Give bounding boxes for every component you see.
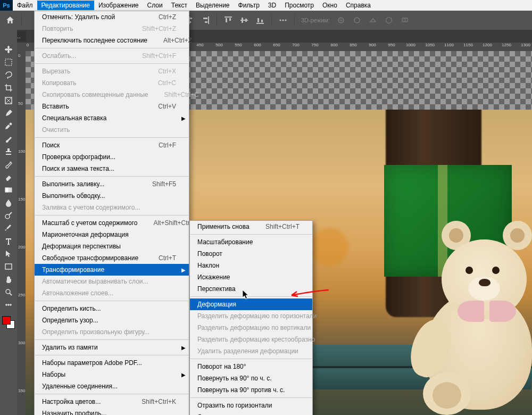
menu-item[interactable]: Поворот (190, 248, 312, 260)
3d-icon-3[interactable] (366, 13, 380, 27)
menu-item-label: Трансформирование (42, 266, 176, 273)
3d-icon-4[interactable] (382, 13, 396, 27)
menu-item[interactable]: Марионеточная деформация (35, 229, 189, 240)
menu-item: ПовторитьShift+Ctrl+Z (35, 23, 189, 35)
more-tool[interactable] (1, 299, 16, 311)
svg-rect-9 (225, 16, 232, 18)
menu-item[interactable]: Свободное трансформированиеCtrl+T (35, 252, 189, 264)
menu-item[interactable]: Наборы параметров Adobe PDF... (35, 357, 189, 369)
3d-icon-2[interactable] (350, 13, 364, 27)
history-brush-tool[interactable] (1, 159, 16, 170)
gradient-tool[interactable] (1, 184, 16, 196)
align-top-icon[interactable] (221, 13, 235, 27)
menu-item[interactable]: Поиск и замена текста... (35, 163, 189, 175)
type-tool[interactable] (1, 235, 16, 247)
menu-item-label: Поворот на 180° (197, 363, 300, 370)
crop-tool[interactable] (1, 82, 16, 94)
frame-tool[interactable] (1, 95, 16, 106)
menu-item: Разделить деформацию крестообразно (190, 334, 312, 345)
align-vcenter-icon[interactable] (237, 13, 251, 27)
menu-item[interactable]: ПоискCtrl+F (35, 139, 189, 151)
menu-item[interactable]: Масштабирование (190, 236, 312, 248)
menu-item[interactable]: Определить узор... (35, 314, 189, 326)
menu-item-shortcut: Ctrl+T (143, 254, 176, 262)
brush-tool[interactable] (1, 133, 16, 145)
3d-mode-label: 3D-режим: (299, 17, 332, 23)
menu-item-label: Масштаб с учетом содержимого (42, 219, 138, 227)
menu-окно[interactable]: Окно (318, 1, 342, 10)
rectangle-tool[interactable] (1, 261, 16, 272)
3d-icon-1[interactable] (334, 13, 348, 27)
menu-item[interactable]: Масштаб с учетом содержимогоAlt+Shift+Ct… (35, 217, 189, 229)
menu-файл[interactable]: Файл (13, 1, 37, 10)
edit-menu-dropdown: Отменить: Удалить слойCtrl+ZПовторитьShi… (34, 11, 189, 415)
menu-item[interactable]: Отразить по горизонтали (190, 400, 312, 411)
menu-item[interactable]: Настройка цветов...Shift+Ctrl+K (35, 396, 189, 408)
svg-point-18 (279, 19, 281, 21)
zoom-tool[interactable] (1, 286, 16, 298)
stamp-tool[interactable] (1, 146, 16, 157)
menu-item[interactable]: ВставитьCtrl+V (35, 101, 189, 112)
menu-item-label: Наклон (197, 262, 300, 269)
3d-icon-5[interactable] (398, 13, 412, 27)
lasso-tool[interactable] (1, 69, 16, 81)
menu-item[interactable]: Деформация (190, 298, 312, 310)
menu-фильтр[interactable]: Фильтр (234, 1, 264, 10)
menu-item[interactable]: Отменить: Удалить слойCtrl+Z (35, 11, 189, 23)
align-right-icon[interactable] (198, 13, 212, 27)
menu-item[interactable]: Трансформирование▶ (35, 264, 189, 276)
home-icon[interactable] (3, 13, 17, 27)
menu-item[interactable]: Специальная вставка▶ (35, 112, 189, 124)
menu-просмотр[interactable]: Просмотр (280, 1, 318, 10)
menu-item[interactable]: Удаленные соединения... (35, 380, 189, 392)
menu-item[interactable]: Наборы▶ (35, 369, 189, 380)
more-icon[interactable] (276, 13, 290, 27)
menu-item[interactable]: Выполнить обводку... (35, 190, 189, 202)
color-swatches[interactable] (1, 315, 16, 330)
menu-item[interactable]: Проверка орфографии... (35, 151, 189, 163)
menu-item[interactable]: Выполнить заливку...Shift+F5 (35, 178, 189, 190)
menu-item-label: Поиск и замена текста... (42, 165, 176, 172)
menu-item-shortcut: Shift+Ctrl+K (126, 398, 176, 405)
menu-item[interactable]: Перспектива (190, 283, 312, 295)
menu-item[interactable]: Переключить последнее состояниеAlt+Ctrl+… (35, 35, 189, 46)
eraser-tool[interactable] (1, 171, 16, 183)
menu-item-label: Повернуть на 90° по ч. с. (197, 375, 300, 382)
eyedropper-tool[interactable] (1, 107, 16, 119)
menu-item[interactable]: Искажение (190, 271, 312, 283)
pen-tool[interactable] (1, 222, 16, 234)
menu-слои[interactable]: Слои (143, 1, 167, 10)
menu-текст[interactable]: Текст (167, 1, 192, 10)
svg-rect-16 (257, 18, 259, 22)
healing-tool[interactable] (1, 120, 16, 132)
menu-item[interactable]: Повернуть на 90° по ч. с. (190, 372, 312, 384)
menu-item-shortcut: Shift+Ctrl+C (148, 91, 199, 98)
menu-редактирование[interactable]: Редактирование (37, 1, 94, 10)
menu-item-label: Специальная вставка (42, 114, 176, 122)
menu-item[interactable]: Отразить по вертикали (190, 411, 312, 415)
menu-item-label: Разделить деформацию крестообразно (197, 336, 315, 343)
move-tool[interactable] (1, 44, 16, 55)
menu-3d[interactable]: 3D (264, 1, 280, 10)
hand-tool[interactable] (1, 273, 16, 285)
menu-item[interactable]: Удалить из памяти▶ (35, 342, 189, 353)
menu-справка[interactable]: Справка (342, 1, 375, 10)
blur-tool[interactable] (1, 197, 16, 209)
menu-item[interactable]: Деформация перспективы (35, 240, 189, 252)
menu-item[interactable]: Определить кисть... (35, 303, 189, 314)
svg-point-35 (10, 304, 12, 306)
menu-item[interactable]: Применить сноваShift+Ctrl+T (190, 221, 312, 233)
menu-item-shortcut: Shift+Ctrl+F (126, 52, 176, 60)
menu-item: Скопировать совмещенные данныеShift+Ctrl… (35, 89, 189, 101)
menu-item[interactable]: Поворот на 180° (190, 361, 312, 372)
dodge-tool[interactable] (1, 210, 16, 221)
menu-item[interactable]: Наклон (190, 260, 312, 271)
menu-выделение[interactable]: Выделение (192, 1, 234, 10)
menu-изображение[interactable]: Изображение (94, 1, 143, 10)
marquee-tool[interactable] (1, 56, 16, 68)
path-select-tool[interactable] (1, 248, 16, 260)
menu-item[interactable]: Назначить профиль... (35, 408, 189, 415)
menu-item[interactable]: Повернуть на 90° против ч. с. (190, 384, 312, 396)
align-bottom-icon[interactable] (253, 13, 267, 27)
menu-item-shortcut: Shift+Ctrl+Z (126, 25, 176, 32)
